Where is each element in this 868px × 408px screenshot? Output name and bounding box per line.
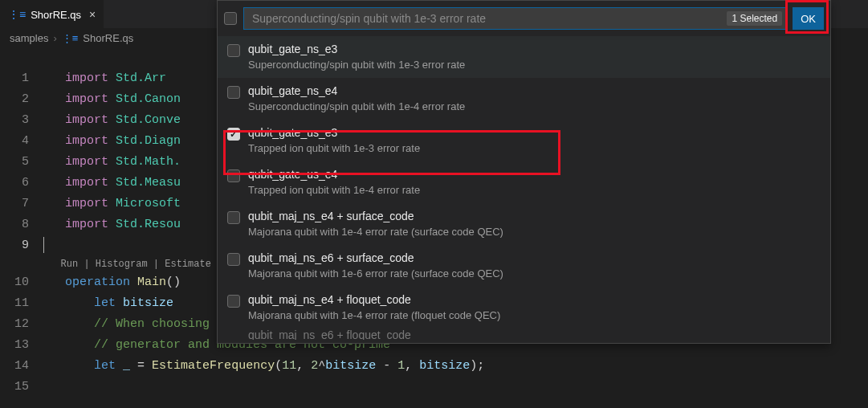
- breadcrumb-folder: samples: [10, 32, 48, 44]
- line-number: 2: [0, 89, 29, 110]
- qsharp-file-icon: ⋮≡: [8, 8, 26, 21]
- close-icon[interactable]: ×: [89, 8, 96, 21]
- line-number: 10: [0, 272, 29, 293]
- quickpick-item[interactable]: qubit_gate_us_e4Trapped ion qubit with 1…: [218, 161, 830, 203]
- quickpick-item[interactable]: qubit_gate_ns_e3Superconducting/spin qub…: [218, 36, 830, 78]
- selection-count-badge: 1 Selected: [727, 11, 782, 26]
- line-number: 13: [0, 335, 29, 356]
- line-number: 4: [0, 131, 29, 152]
- quickpick-item-desc: Majorana qubit with 1e-6 error rate (sur…: [248, 266, 503, 282]
- quickpick-item-title: qubit_gate_ns_e4: [248, 83, 465, 99]
- tab-filename: ShorRE.qs: [31, 9, 81, 21]
- quickpick-item-title: qubit_maj_ns_e4 + floquet_code: [248, 292, 500, 308]
- line-number: 9: [0, 235, 29, 256]
- item-checkbox[interactable]: [227, 44, 240, 57]
- line-number: 14: [0, 356, 29, 377]
- quickpick-item-desc: Trapped ion qubit with 1e-3 error rate: [248, 141, 420, 157]
- quickpick-item[interactable]: qubit_maj_ns_e6 + surface_codeMajorana q…: [218, 245, 830, 287]
- item-checkbox[interactable]: [227, 169, 240, 182]
- quickpick-item-title: qubit_gate_us_e4: [248, 166, 420, 182]
- quickpick-panel: 1 Selected OK qubit_gate_ns_e3Supercondu…: [217, 0, 831, 344]
- line-number: 1: [0, 68, 29, 89]
- line-number: 15: [0, 377, 29, 398]
- quickpick-input-wrap: 1 Selected: [243, 7, 786, 30]
- quickpick-item[interactable]: qubit_gate_us_e3Trapped ion qubit with 1…: [218, 120, 830, 161]
- quickpick-item[interactable]: qubit_gate_ns_e4Superconducting/spin qub…: [218, 78, 830, 120]
- line-number: 3: [0, 110, 29, 131]
- line-number: 8: [0, 214, 29, 235]
- quickpick-item-desc: Majorana qubit with 1e-4 error rate (flo…: [248, 308, 500, 324]
- chevron-right-icon: ›: [53, 32, 56, 44]
- line-number: 7: [0, 194, 29, 214]
- quickpick-item-desc: Superconducting/spin qubit with 1e-4 err…: [248, 99, 465, 115]
- quickpick-item-desc: Superconducting/spin qubit with 1e-3 err…: [248, 57, 465, 73]
- line-number: 5: [0, 152, 29, 173]
- quickpick-input[interactable]: [251, 11, 723, 26]
- quickpick-item-title: qubit_maj_ns_e6 + surface_code: [248, 250, 503, 266]
- line-number: 6: [0, 173, 29, 194]
- quickpick-item-title: qubit_gate_ns_e3: [248, 41, 465, 57]
- line-gutter: 123456789101112131415: [0, 47, 43, 408]
- line-number: 11: [0, 293, 29, 314]
- item-checkbox[interactable]: [227, 211, 240, 224]
- quickpick-item[interactable]: qubit_maj_ns_e4 + floquet_codeMajorana q…: [218, 287, 830, 328]
- quickpick-list[interactable]: qubit_gate_ns_e3Superconducting/spin qub…: [218, 36, 830, 340]
- select-all-checkbox[interactable]: [224, 12, 237, 25]
- editor-tab[interactable]: ⋮≡ ShorRE.qs ×: [0, 0, 104, 28]
- quickpick-item-desc: Majorana qubit with 1e-4 error rate (sur…: [248, 224, 503, 240]
- line-number: 12: [0, 314, 29, 335]
- item-checkbox[interactable]: [227, 295, 240, 308]
- quickpick-item-cutoff: qubit_maj_ns_e6 + floquet_code: [218, 328, 830, 340]
- breadcrumb-file: ShorRE.qs: [83, 32, 133, 44]
- item-checkbox[interactable]: [227, 128, 240, 141]
- quickpick-item-title: qubit_maj_ns_e4 + surface_code: [248, 208, 503, 224]
- qsharp-file-icon: ⋮≡: [62, 32, 79, 44]
- quickpick-item-title: qubit_gate_us_e3: [248, 124, 420, 141]
- quickpick-item[interactable]: qubit_maj_ns_e4 + surface_codeMajorana q…: [218, 203, 830, 245]
- quickpick-header: 1 Selected OK: [218, 1, 830, 36]
- quickpick-item-desc: Trapped ion qubit with 1e-4 error rate: [248, 182, 420, 198]
- item-checkbox[interactable]: [227, 86, 240, 99]
- ok-button[interactable]: OK: [793, 7, 824, 30]
- item-checkbox[interactable]: [227, 253, 240, 266]
